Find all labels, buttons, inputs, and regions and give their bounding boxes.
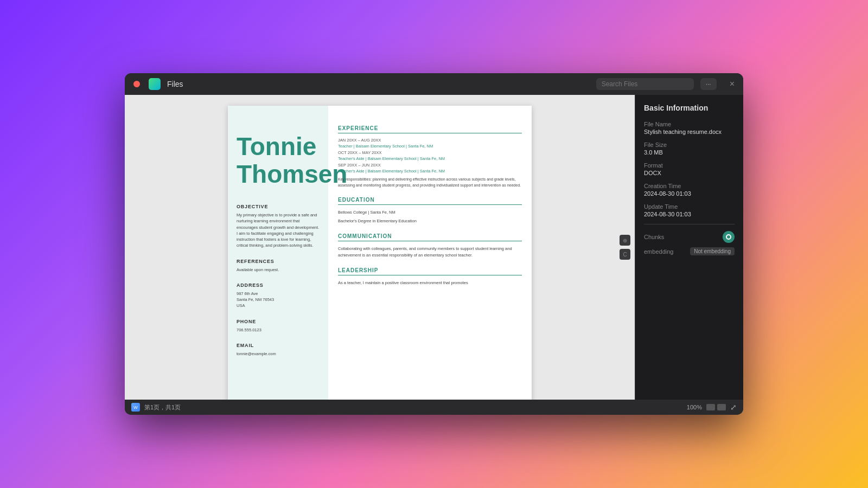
- update-time-row: Update Time 2024-08-30 01:03: [644, 203, 735, 217]
- phone-title: PHONE: [237, 319, 320, 324]
- references-title: REFERENCES: [237, 259, 320, 264]
- edu-degree: Bachelor's Degree in Elementary Educatio…: [338, 218, 522, 224]
- toolbar-btn[interactable]: ···: [700, 78, 717, 90]
- format-label: Format: [644, 162, 735, 169]
- app-icon: [149, 78, 161, 90]
- page-info: 第1页，共1页: [144, 403, 181, 412]
- file-name-value: Stylish teaching resume.docx: [644, 129, 735, 135]
- format-value: DOCX: [644, 170, 735, 176]
- exp2-date: OCT 20XX – MAY 20XX: [338, 150, 522, 155]
- statusbar-right: 100% ⤢: [687, 403, 737, 412]
- file-name-label: File Name: [644, 121, 735, 127]
- close-icon[interactable]: ×: [730, 79, 735, 89]
- communication-title: COMMUNICATION: [338, 233, 522, 241]
- phone-text: 706.555.0123: [237, 327, 320, 333]
- update-time-value: 2024-08-30 01:03: [644, 211, 735, 217]
- info-panel: Basic Information File Name Stylish teac…: [635, 95, 743, 400]
- doc-right-column: EXPERIENCE JAN 20XX – AUG 20XX Teacher |…: [328, 106, 532, 400]
- exp-desc: Key responsibilities: planning and deliv…: [338, 177, 522, 188]
- embedding-row: embedding Not embedding: [644, 247, 735, 255]
- file-size-label: File Size: [644, 142, 735, 148]
- exp1-role: Teacher | Balsam Elementary School | San…: [338, 144, 522, 149]
- app-window: Files ··· × Tonnie Thomsen OBJECTIVE My …: [125, 73, 743, 415]
- file-size-value: 3.0 MB: [644, 149, 735, 156]
- search-input[interactable]: [596, 78, 694, 90]
- email-title: EMAIL: [237, 343, 320, 348]
- close-button[interactable]: [133, 81, 140, 87]
- exp2-role: Teacher's Aide | Balsam Elementary Schoo…: [338, 156, 522, 161]
- not-embedding-badge[interactable]: Not embedding: [690, 247, 735, 255]
- edu-school: Bellows College | Santa Fe, NM: [338, 209, 522, 216]
- view-icon-2[interactable]: [717, 404, 726, 410]
- exp3-date: SEP 20XX – JUN 20XX: [338, 163, 522, 168]
- main-content: Tonnie Thomsen OBJECTIVE My primary obje…: [125, 95, 743, 400]
- file-size-row: File Size 3.0 MB: [644, 142, 735, 156]
- format-row: Format DOCX: [644, 162, 735, 176]
- embedding-label: embedding: [644, 248, 673, 255]
- side-btn-2[interactable]: C: [620, 249, 630, 260]
- chunks-icon-inner: [726, 234, 731, 240]
- comm-text: Collaborating with colleagues, parents, …: [338, 246, 522, 259]
- email-text: tonnie@example.com: [237, 351, 320, 357]
- view-icon-1[interactable]: [706, 404, 715, 410]
- address-text: 987 6th AveSanta Fe, NM 76543USA: [237, 291, 320, 309]
- chunks-row: Chunks: [644, 231, 735, 243]
- view-icons: [706, 404, 726, 410]
- chunks-label: Chunks: [644, 234, 664, 240]
- update-time-label: Update Time: [644, 203, 735, 210]
- statusbar: W 第1页，共1页 100% ⤢: [125, 400, 743, 415]
- side-buttons: ⊕ C: [620, 235, 630, 260]
- doc-viewer[interactable]: Tonnie Thomsen OBJECTIVE My primary obje…: [125, 95, 635, 400]
- exp1-date: JAN 20XX – AUG 20XX: [338, 138, 522, 143]
- leadership-text: As a teacher, I maintain a positive clas…: [338, 280, 522, 286]
- resume-name: Tonnie Thomsen: [237, 133, 320, 188]
- side-btn-1[interactable]: ⊕: [620, 235, 630, 246]
- fullscreen-icon[interactable]: ⤢: [730, 403, 737, 412]
- references-text: Available upon request.: [237, 267, 320, 273]
- info-divider: [644, 224, 735, 224]
- doc-page: Tonnie Thomsen OBJECTIVE My primary obje…: [228, 106, 532, 400]
- file-name-row: File Name Stylish teaching resume.docx: [644, 121, 735, 135]
- zoom-level: 100%: [687, 404, 702, 410]
- leadership-title: LEADERSHIP: [338, 267, 522, 275]
- objective-title: OBJECTIVE: [237, 204, 320, 209]
- exp3-role: Teacher's Aide | Balsam Elementary Schoo…: [338, 169, 522, 174]
- chunks-icon[interactable]: [723, 231, 735, 243]
- app-title: Files: [167, 80, 183, 88]
- doc-left-column: Tonnie Thomsen OBJECTIVE My primary obje…: [228, 106, 328, 400]
- objective-text: My primary objective is to provide a saf…: [237, 212, 320, 249]
- titlebar: Files ··· ×: [125, 73, 743, 95]
- address-title: ADDRESS: [237, 282, 320, 288]
- experience-title: EXPERIENCE: [338, 125, 522, 133]
- creation-time-row: Creation Time 2024-08-30 01:03: [644, 183, 735, 197]
- creation-time-label: Creation Time: [644, 183, 735, 189]
- info-panel-title: Basic Information: [644, 104, 735, 112]
- education-title: EDUCATION: [338, 197, 522, 205]
- creation-time-value: 2024-08-30 01:03: [644, 190, 735, 197]
- statusbar-app-icon: W: [131, 403, 140, 412]
